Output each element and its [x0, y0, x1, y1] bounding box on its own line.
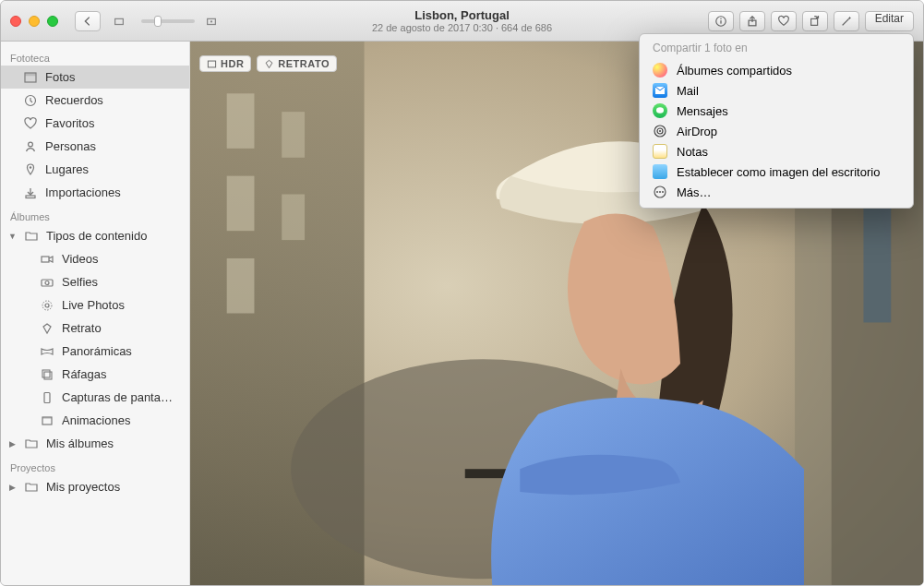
burst-icon [40, 367, 54, 382]
sidebar-item-livephotos[interactable]: Live Photos [1, 293, 189, 317]
sidebar-item-capturas[interactable]: Capturas de panta… [1, 386, 189, 409]
zoom-slider[interactable] [141, 19, 195, 23]
zoom-window-button[interactable] [47, 16, 58, 27]
sidebar-item-mis-albumes[interactable]: ▶ Mis álbumes [1, 432, 189, 455]
svg-point-17 [45, 304, 49, 307]
svg-point-41 [659, 130, 661, 132]
minimize-window-button[interactable] [29, 16, 40, 27]
sidebar-item-videos[interactable]: Videos [1, 247, 189, 270]
sidebar-item-mis-proyectos[interactable]: ▶ Mis proyectos [1, 475, 189, 498]
notes-icon [653, 144, 667, 159]
sidebar-item-importaciones[interactable]: Importaciones [1, 181, 189, 204]
sidebar-item-label: Ráfagas [62, 367, 106, 381]
svg-point-12 [30, 166, 31, 168]
svg-rect-13 [26, 196, 35, 198]
share-item-shared-albums[interactable]: Álbumes compartidos [640, 60, 913, 80]
share-item-label: Mail [677, 84, 699, 98]
auto-enhance-button[interactable] [834, 11, 859, 31]
svg-point-18 [42, 301, 52, 310]
livephoto-icon [40, 298, 54, 313]
folder-icon [24, 480, 39, 495]
zoom-out-icon[interactable] [106, 11, 132, 31]
sidebar-item-retrato[interactable]: Retrato [1, 317, 189, 340]
badge-label: RETRATO [278, 58, 330, 69]
airdrop-icon [653, 124, 667, 138]
sidebar-item-recuerdos[interactable]: Recuerdos [1, 89, 189, 112]
sidebar-item-label: Retrato [62, 321, 102, 335]
sidebar-item-label: Capturas de panta… [62, 390, 173, 404]
folder-icon [24, 229, 39, 244]
sidebar-item-favoritos[interactable]: Favoritos [1, 112, 189, 135]
share-menu-header: Compartir 1 foto en [640, 38, 913, 60]
panorama-icon [40, 344, 54, 359]
sidebar-item-label: Tipos de contenido [46, 229, 147, 243]
sidebar-item-panoramicas[interactable]: Panorámicas [1, 340, 189, 363]
svg-point-38 [656, 107, 664, 113]
info-button[interactable] [708, 11, 734, 31]
sidebar-item-selfies[interactable]: Selfies [1, 270, 189, 293]
svg-point-43 [656, 191, 658, 193]
pin-icon [23, 162, 38, 177]
svg-rect-19 [44, 372, 52, 379]
disclosure-triangle-icon[interactable]: ▶ [8, 483, 17, 492]
portrait-icon [264, 59, 274, 69]
close-window-button[interactable] [10, 16, 21, 27]
import-icon [23, 185, 38, 200]
rotate-button[interactable] [802, 11, 828, 31]
badge-label: HDR [221, 58, 244, 69]
share-item-notas[interactable]: Notas [640, 141, 913, 161]
svg-point-44 [659, 191, 661, 193]
person-icon [23, 139, 38, 154]
sidebar-item-label: Selfies [62, 275, 98, 289]
svg-point-2 [210, 20, 212, 22]
video-icon [40, 252, 54, 267]
share-item-set-desktop[interactable]: Establecer como imagen del escritorio [640, 161, 913, 182]
animated-icon [40, 413, 54, 428]
svg-rect-4 [720, 20, 721, 24]
back-button[interactable] [75, 11, 101, 31]
share-item-mail[interactable]: Mail [640, 80, 913, 101]
photo-badges: HDR RETRATO [199, 55, 337, 72]
photos-icon [23, 70, 38, 85]
sidebar-item-fotos[interactable]: Fotos [1, 66, 189, 89]
sidebar-item-label: Personas [45, 139, 96, 153]
share-item-mensajes[interactable]: Mensajes [640, 101, 913, 121]
camera-icon [40, 275, 54, 290]
svg-rect-0 [115, 18, 124, 24]
more-icon [653, 185, 667, 199]
svg-point-11 [29, 142, 33, 147]
svg-point-45 [662, 191, 664, 193]
sidebar-item-personas[interactable]: Personas [1, 135, 189, 158]
sidebar-item-label: Mis álbumes [46, 437, 114, 450]
sidebar-item-label: Recuerdos [45, 93, 103, 107]
sidebar-item-label: Favoritos [45, 116, 94, 130]
svg-rect-20 [42, 370, 50, 377]
disclosure-triangle-icon[interactable]: ▶ [8, 439, 17, 448]
sidebar-item-tipos-contenido[interactable]: ▼ Tipos de contenido [1, 224, 189, 247]
sidebar-item-rafagas[interactable]: Ráfagas [1, 363, 189, 386]
sidebar-item-lugares[interactable]: Lugares [1, 158, 189, 181]
svg-rect-26 [227, 93, 255, 149]
svg-rect-27 [227, 176, 255, 232]
share-button[interactable] [739, 11, 765, 31]
portrait-icon [40, 321, 54, 336]
favorite-button[interactable] [771, 11, 797, 31]
svg-rect-30 [282, 194, 305, 240]
svg-rect-21 [44, 392, 50, 402]
window-controls [10, 16, 58, 27]
sidebar-item-label: Videos [62, 252, 99, 266]
share-item-more[interactable]: Más… [640, 182, 913, 202]
share-item-airdrop[interactable]: AirDrop [640, 121, 913, 141]
share-item-label: Establecer como imagen del escritorio [677, 165, 880, 179]
memories-icon [23, 93, 38, 108]
svg-rect-23 [42, 417, 52, 419]
svg-rect-28 [227, 258, 255, 314]
svg-rect-36 [208, 61, 215, 67]
sidebar-item-animaciones[interactable]: Animaciones [1, 409, 189, 432]
zoom-in-icon[interactable] [198, 11, 224, 31]
disclosure-triangle-icon[interactable]: ▼ [8, 232, 17, 241]
mail-icon [653, 83, 667, 98]
edit-button[interactable]: Editar [865, 11, 914, 31]
sidebar: Fototeca Fotos Recuerdos Favoritos Perso… [1, 42, 190, 585]
svg-rect-14 [42, 257, 49, 262]
